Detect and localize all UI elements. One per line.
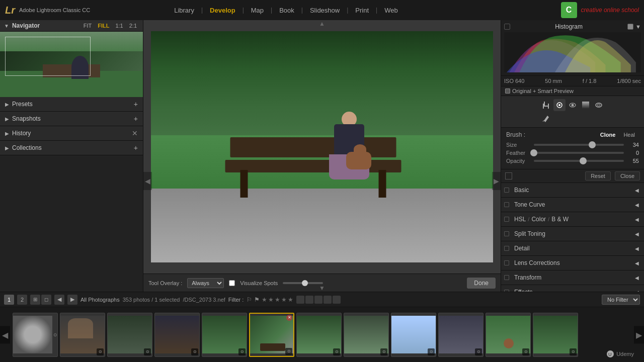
navigator-preview [0,32,143,97]
grid-view-button[interactable]: ⊞ [30,295,40,305]
spot-removal-tool[interactable] [553,99,566,111]
nav-map[interactable]: Map [246,5,269,16]
film-close-button[interactable]: ✕ [286,315,292,321]
radial-filter-tool[interactable] [593,99,605,111]
prev-page-button[interactable]: ◀ [54,295,64,305]
basic-label: Basic [514,187,529,194]
brush-header: Brush : Clone Heal [506,131,639,139]
star-1[interactable]: ★ [262,296,267,303]
history-clear[interactable]: ✕ [132,129,138,137]
zoom-fill[interactable]: FILL [96,22,111,29]
effects-toggle[interactable] [504,290,509,292]
film-thumb-11[interactable]: ⊙ [486,313,531,357]
star-5[interactable]: ★ [288,296,293,303]
detail-toggle[interactable] [504,246,509,251]
reset-checkbox[interactable] [505,172,512,179]
star-3[interactable]: ★ [275,296,280,303]
presets-title: Presets [12,101,33,108]
filmstrip-left-arrow[interactable]: ◀ [0,326,10,343]
presets-header[interactable]: ▶ Presets + [0,97,143,111]
flag-filter[interactable]: ⚐ [247,296,252,303]
tone-curve-toggle[interactable] [504,202,509,207]
film-thumb-7[interactable]: ⊙ [296,313,342,357]
page-1-button[interactable]: 1 [4,295,14,305]
heal-button[interactable]: Heal [619,131,639,139]
hsl-header[interactable]: HSL / Color / B & W ◀ [501,212,644,226]
crop-tool[interactable] [540,99,552,111]
film-thumb-6[interactable]: ✕ ⊙ [249,313,294,357]
bottom-collapse-arrow[interactable]: ▼ [319,285,325,292]
snapshots-add[interactable]: + [134,115,138,123]
done-button[interactable]: Done [467,278,496,289]
navigator-triangle[interactable]: ▼ [4,23,9,29]
feather-slider[interactable] [534,152,624,154]
next-page-button[interactable]: ▶ [67,295,77,305]
histogram-shadow-clip[interactable] [504,24,510,30]
left-panel-toggle-arrow[interactable]: ◀ [143,172,152,190]
hsl-toggle[interactable] [504,217,509,222]
history-header[interactable]: ▶ History ✕ [0,126,143,140]
tone-curve-header[interactable]: Tone Curve ◀ [501,198,644,212]
nav-slideshow[interactable]: Slideshow [305,5,345,16]
reset-button[interactable]: Reset [585,171,611,180]
film-thumb-2[interactable]: ⊙ [60,313,105,357]
film-thumb-3[interactable]: ⊙ [107,313,152,357]
collections-header[interactable]: ▶ Collections + [0,141,143,155]
camera-info: ISO 640 50 mm f / 1.8 1/800 sec [501,76,644,86]
right-panel-toggle-arrow[interactable]: ▶ [492,172,501,190]
zoom-1to1[interactable]: 1:1 [113,22,125,29]
nav-print[interactable]: Print [350,5,374,16]
opacity-slider[interactable] [534,160,624,162]
clone-button[interactable]: Clone [596,131,620,139]
film-thumb-12[interactable]: ⊙ [533,313,578,357]
nav-library[interactable]: Library [169,5,199,16]
view-opt-2[interactable] [305,296,313,304]
transform-toggle[interactable] [504,275,509,280]
page-2-button[interactable]: 2 [17,295,27,305]
view-opt-1[interactable] [296,296,304,304]
presets-add[interactable]: + [134,100,138,108]
histogram-highlight-clip[interactable] [627,24,633,30]
split-toning-header[interactable]: Split Toning ◀ [501,227,644,241]
close-button[interactable]: Close [615,171,640,180]
film-thumb-5[interactable]: ⊙ [202,313,247,357]
no-filter-dropdown[interactable]: No Filter Flagged Starred [602,295,640,305]
zoom-fit[interactable]: FIT [82,22,94,29]
adjustment-brush-tool[interactable] [540,112,552,124]
detail-header[interactable]: Detail ◀ [501,241,644,255]
filmstrip-right-arrow[interactable]: ▶ [634,326,644,343]
view-opt-4[interactable] [324,296,332,304]
zoom-2to1[interactable]: 2:1 [127,22,139,29]
tool-overlay-dropdown[interactable]: Always Never Selected [187,278,224,288]
split-toning-toggle[interactable] [504,231,509,236]
snapshots-header[interactable]: ▶ Snapshots + [0,112,143,126]
reject-filter[interactable]: ⚑ [254,296,260,303]
nav-web[interactable]: Web [379,5,403,16]
effects-header[interactable]: Effects ◀ [501,285,644,292]
basic-toggle[interactable] [504,188,509,193]
redeye-tool[interactable] [567,99,579,111]
film-thumb-8[interactable]: ⊙ [344,313,389,357]
visualize-spots-checkbox[interactable] [229,280,235,286]
lens-corrections-toggle[interactable] [504,260,509,265]
film-thumb-1[interactable]: ⊙ [13,313,58,357]
view-opt-3[interactable] [314,296,323,304]
film-thumb-4[interactable]: ⊙ [154,313,200,357]
loupe-view-button[interactable]: ◻ [41,295,51,305]
visualize-spots-slider[interactable] [283,282,323,284]
star-4[interactable]: ★ [281,296,287,303]
nav-book[interactable]: Book [274,5,299,16]
film-thumb-9[interactable]: ⊙ [391,313,436,357]
star-2[interactable]: ★ [268,296,274,303]
nav-develop[interactable]: Develop [205,5,240,16]
basic-header[interactable]: Basic ◀ [501,183,644,197]
hsl-section: HSL / Color / B & W ◀ [501,212,644,227]
view-opt-5[interactable] [333,296,341,304]
top-collapse-arrow[interactable]: ▲ [319,20,325,27]
size-slider[interactable] [534,144,624,146]
collections-add[interactable]: + [134,144,138,152]
lens-corrections-header[interactable]: Lens Corrections ◀ [501,256,644,270]
gradient-filter-tool[interactable] [580,99,592,111]
film-thumb-10[interactable]: ⊙ [438,313,484,357]
transform-header[interactable]: Transform ◀ [501,270,644,285]
